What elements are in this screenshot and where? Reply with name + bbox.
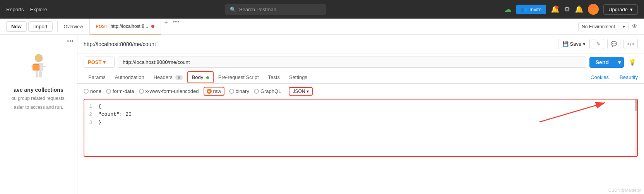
search-input-wrap[interactable]: 🔍 Search Postman (225, 4, 326, 15)
format-select[interactable]: JSON ▾ (289, 87, 313, 96)
tab-bar-right: No Environment ▾ 👁 (578, 22, 641, 31)
radio-graphql (254, 89, 259, 94)
top-nav-right: ☁ 👥 Invite 🔔 ⚙ 🔔 Upgrade ▾ (504, 4, 638, 15)
code-line-1: { (98, 103, 132, 111)
chevron-down-icon: ▾ (103, 59, 106, 65)
eye-icon[interactable]: 👁 (632, 23, 638, 30)
code-line-2: "count": 20 (98, 111, 132, 119)
avatar[interactable] (588, 4, 599, 15)
svg-rect-5 (39, 71, 42, 77)
svg-rect-3 (42, 66, 46, 67)
alert-icon[interactable]: 🔔 (575, 5, 583, 14)
watermark: CSDN@Maxreity (608, 188, 641, 192)
cookies-link[interactable]: Cookies (591, 74, 609, 80)
tab-bar-left: New Import (3, 21, 58, 32)
scrollbar-thumb[interactable] (635, 100, 637, 111)
sidebar: ••• ave any collections ou group related… (0, 35, 77, 194)
url-bar-row: http://localhost:8080/me/count 💾 Save ▾ … (77, 35, 644, 53)
svg-rect-7 (33, 65, 39, 70)
req-tabs-right: Cookies Beautify (591, 74, 638, 80)
code-icon-button[interactable]: </> (623, 39, 638, 49)
search-placeholder: Search Postman (239, 7, 276, 12)
request-panel: http://localhost:8080/me/count 💾 Save ▾ … (77, 35, 644, 194)
tab-tests[interactable]: Tests (264, 71, 284, 83)
environment-select[interactable]: No Environment ▾ (578, 22, 629, 31)
body-active-dot (206, 76, 209, 79)
radio-urlencoded (139, 89, 144, 94)
tab-more-button[interactable]: ••• (171, 19, 181, 34)
radio-form-data (106, 89, 111, 94)
chevron-down-icon: ▾ (623, 24, 625, 29)
request-tabs: Params Authorization Headers 8 Body Pre-… (77, 71, 644, 84)
save-icon: 💾 (562, 41, 569, 47)
tabs: Overview POST http://localhost:8... + ••… (58, 19, 578, 34)
tab-unsaved-dot (151, 25, 154, 28)
option-urlencoded[interactable]: x-www-form-urlencoded (139, 88, 199, 94)
radio-binary (229, 89, 234, 94)
search-bar: 🔍 Search Postman (53, 4, 498, 15)
line-numbers: 1 2 3 (84, 100, 95, 130)
code-line-3: } (98, 119, 132, 127)
save-button[interactable]: 💾 Save ▾ (558, 39, 590, 49)
beautify-link[interactable]: Beautify (620, 74, 638, 80)
invite-icon: 👥 (521, 7, 527, 12)
chevron-down-icon: ▾ (630, 7, 633, 12)
tab-pre-request[interactable]: Pre-request Script (214, 71, 264, 83)
sync-icon[interactable]: ☁ (504, 5, 512, 14)
code-content[interactable]: { "count": 20 } (95, 100, 135, 130)
tab-active-request[interactable]: POST http://localhost:8... (90, 19, 161, 34)
option-graphql[interactable]: GraphQL (254, 88, 281, 94)
explore-link[interactable]: Explore (30, 7, 47, 12)
method-url-row: POST ▾ Send ▾ 💡 (77, 53, 644, 71)
tab-headers[interactable]: Headers 8 (149, 71, 187, 83)
tab-body[interactable]: Body (187, 71, 214, 83)
notifications-wrap: 🔔 (551, 5, 559, 14)
lightbulb-icon[interactable]: 💡 (627, 57, 638, 67)
radio-none (84, 89, 89, 94)
invite-button[interactable]: 👥 Invite (516, 5, 546, 14)
sidebar-illustration: ave any collections ou group related req… (11, 51, 65, 111)
scrollbar-vertical[interactable] (635, 100, 637, 156)
tab-add-button[interactable]: + (161, 19, 171, 34)
search-icon: 🔍 (230, 7, 236, 12)
option-form-data[interactable]: form-data (106, 88, 134, 94)
option-none[interactable]: none (84, 88, 101, 94)
url-input[interactable] (118, 57, 586, 68)
chevron-down-icon: ▾ (307, 89, 309, 94)
send-dropdown-button[interactable]: ▾ (615, 57, 624, 68)
url-actions: 💾 Save ▾ ✎ 💬 </> (558, 39, 638, 49)
main-content: ••• ave any collections ou group related… (0, 35, 644, 194)
tab-overview[interactable]: Overview (58, 19, 90, 34)
reports-link[interactable]: Reports (6, 7, 24, 12)
tab-params[interactable]: Params (84, 71, 110, 83)
illustration-svg (23, 51, 54, 82)
svg-rect-4 (36, 71, 38, 77)
radio-raw (207, 89, 212, 94)
code-editor[interactable]: 1 2 3 { "count": 20 } (84, 99, 638, 157)
body-options: none form-data x-www-form-urlencoded raw… (77, 84, 644, 99)
svg-point-0 (35, 54, 43, 62)
edit-icon-button[interactable]: ✎ (593, 39, 604, 49)
tab-settings[interactable]: Settings (284, 71, 312, 83)
top-nav-left: Reports Explore (6, 7, 47, 12)
gear-icon[interactable]: ⚙ (564, 5, 570, 14)
sidebar-more-button[interactable]: ••• (67, 38, 74, 44)
headers-badge: 8 (175, 75, 182, 80)
new-button[interactable]: New (6, 21, 27, 32)
url-display: http://localhost:8080/me/count (84, 41, 555, 47)
option-binary[interactable]: binary (229, 88, 249, 94)
top-nav: Reports Explore 🔍 Search Postman ☁ 👥 Inv… (0, 0, 644, 19)
chevron-down-icon: ▾ (583, 41, 586, 47)
sidebar-desc1: ou group related requests, (11, 95, 65, 102)
tab-authorization[interactable]: Authorization (110, 71, 149, 83)
comment-icon-button[interactable]: 💬 (607, 39, 620, 49)
sidebar-desc2: asier to access and run. (14, 104, 63, 111)
sidebar-title: ave any collections (14, 87, 63, 93)
send-button-wrap: Send ▾ (589, 57, 624, 68)
import-button[interactable]: Import (28, 21, 53, 32)
option-raw[interactable]: raw (204, 87, 224, 96)
upgrade-button[interactable]: Upgrade ▾ (603, 4, 638, 15)
tab-bar: New Import Overview POST http://localhos… (0, 19, 644, 35)
send-button[interactable]: Send (589, 57, 615, 68)
method-select[interactable]: POST ▾ (84, 57, 115, 68)
